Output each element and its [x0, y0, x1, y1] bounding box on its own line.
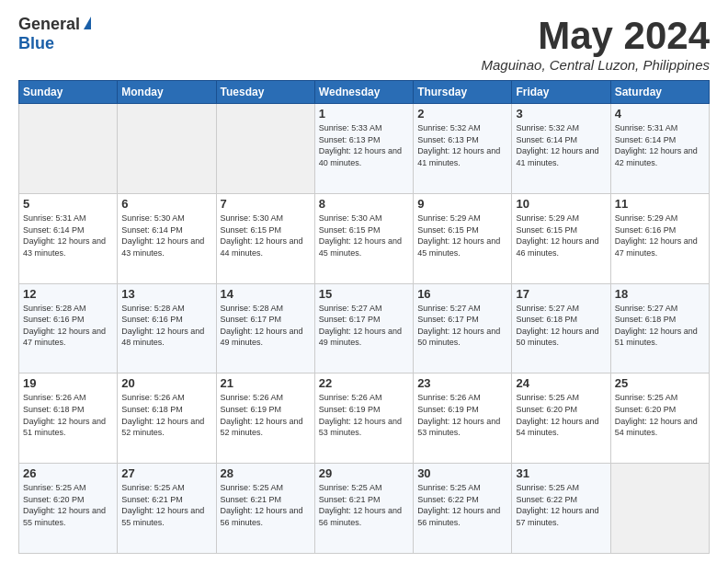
day-info-21: Sunrise: 5:26 AM Sunset: 6:19 PM Dayligh… [221, 392, 311, 438]
day-info-18: Sunrise: 5:27 AM Sunset: 6:18 PM Dayligh… [615, 303, 705, 349]
day-number-14: 14 [221, 287, 311, 301]
day-number-23: 23 [417, 376, 507, 390]
calendar-cell-w0-d3: 1Sunrise: 5:33 AM Sunset: 6:13 PM Daylig… [314, 104, 413, 194]
calendar-cell-w2-d5: 17Sunrise: 5:27 AM Sunset: 6:18 PM Dayli… [512, 283, 610, 373]
calendar-table: Sunday Monday Tuesday Wednesday Thursday… [18, 80, 710, 554]
calendar-cell-w3-d0: 19Sunrise: 5:26 AM Sunset: 6:18 PM Dayli… [19, 373, 118, 464]
calendar-cell-w1-d4: 9Sunrise: 5:29 AM Sunset: 6:15 PM Daylig… [414, 193, 512, 283]
day-info-29: Sunrise: 5:25 AM Sunset: 6:21 PM Dayligh… [319, 482, 409, 528]
calendar-cell-w1-d2: 7Sunrise: 5:30 AM Sunset: 6:15 PM Daylig… [216, 193, 314, 283]
calendar-cell-w4-d5: 31Sunrise: 5:25 AM Sunset: 6:22 PM Dayli… [512, 464, 610, 554]
page: General Blue May 2024 Maguinao, Central … [0, 0, 728, 563]
day-info-22: Sunrise: 5:26 AM Sunset: 6:19 PM Dayligh… [319, 392, 409, 438]
header-sunday: Sunday [19, 81, 118, 104]
day-number-10: 10 [516, 197, 606, 211]
day-info-24: Sunrise: 5:25 AM Sunset: 6:20 PM Dayligh… [516, 392, 606, 438]
week-row-4: 26Sunrise: 5:25 AM Sunset: 6:20 PM Dayli… [19, 464, 710, 554]
day-number-13: 13 [121, 287, 211, 301]
day-number-25: 25 [615, 376, 705, 390]
day-info-11: Sunrise: 5:29 AM Sunset: 6:16 PM Dayligh… [615, 213, 705, 259]
day-number-15: 15 [319, 287, 409, 301]
day-info-12: Sunrise: 5:28 AM Sunset: 6:16 PM Dayligh… [23, 303, 113, 349]
calendar-cell-w0-d0 [19, 104, 118, 194]
header-saturday: Saturday [610, 81, 709, 104]
day-number-4: 4 [615, 107, 705, 121]
day-info-6: Sunrise: 5:30 AM Sunset: 6:14 PM Dayligh… [121, 213, 211, 259]
day-info-23: Sunrise: 5:26 AM Sunset: 6:19 PM Dayligh… [417, 392, 507, 438]
day-info-4: Sunrise: 5:31 AM Sunset: 6:14 PM Dayligh… [615, 122, 705, 168]
calendar-cell-w4-d1: 27Sunrise: 5:25 AM Sunset: 6:21 PM Dayli… [118, 464, 216, 554]
day-info-9: Sunrise: 5:29 AM Sunset: 6:15 PM Dayligh… [417, 213, 507, 259]
calendar-cell-w2-d4: 16Sunrise: 5:27 AM Sunset: 6:17 PM Dayli… [414, 283, 512, 373]
day-number-19: 19 [23, 376, 113, 390]
day-number-31: 31 [516, 466, 606, 480]
day-number-17: 17 [516, 287, 606, 301]
calendar-cell-w4-d2: 28Sunrise: 5:25 AM Sunset: 6:21 PM Dayli… [216, 464, 314, 554]
calendar-cell-w1-d6: 11Sunrise: 5:29 AM Sunset: 6:16 PM Dayli… [610, 193, 709, 283]
day-info-3: Sunrise: 5:32 AM Sunset: 6:14 PM Dayligh… [516, 122, 606, 168]
day-info-5: Sunrise: 5:31 AM Sunset: 6:14 PM Dayligh… [23, 213, 113, 259]
calendar-cell-w3-d6: 25Sunrise: 5:25 AM Sunset: 6:20 PM Dayli… [610, 373, 709, 464]
day-info-27: Sunrise: 5:25 AM Sunset: 6:21 PM Dayligh… [121, 482, 211, 528]
header-monday: Monday [118, 81, 216, 104]
day-info-8: Sunrise: 5:30 AM Sunset: 6:15 PM Dayligh… [319, 213, 409, 259]
day-info-17: Sunrise: 5:27 AM Sunset: 6:18 PM Dayligh… [516, 303, 606, 349]
calendar-cell-w0-d2 [216, 104, 314, 194]
day-info-13: Sunrise: 5:28 AM Sunset: 6:16 PM Dayligh… [121, 303, 211, 349]
calendar-cell-w0-d5: 3Sunrise: 5:32 AM Sunset: 6:14 PM Daylig… [512, 104, 610, 194]
logo: General Blue [18, 15, 91, 53]
header-tuesday: Tuesday [216, 81, 314, 104]
day-info-15: Sunrise: 5:27 AM Sunset: 6:17 PM Dayligh… [319, 303, 409, 349]
calendar-cell-w2-d0: 12Sunrise: 5:28 AM Sunset: 6:16 PM Dayli… [19, 283, 118, 373]
day-number-2: 2 [417, 107, 507, 121]
calendar-cell-w3-d5: 24Sunrise: 5:25 AM Sunset: 6:20 PM Dayli… [512, 373, 610, 464]
calendar-cell-w1-d1: 6Sunrise: 5:30 AM Sunset: 6:14 PM Daylig… [118, 193, 216, 283]
day-number-5: 5 [23, 197, 113, 211]
calendar-cell-w3-d2: 21Sunrise: 5:26 AM Sunset: 6:19 PM Dayli… [216, 373, 314, 464]
title-area: May 2024 Maguinao, Central Luzon, Philip… [482, 15, 711, 73]
day-info-10: Sunrise: 5:29 AM Sunset: 6:15 PM Dayligh… [516, 213, 606, 259]
day-info-16: Sunrise: 5:27 AM Sunset: 6:17 PM Dayligh… [417, 303, 507, 349]
header-wednesday: Wednesday [314, 81, 413, 104]
month-title: May 2024 [482, 15, 711, 57]
day-number-21: 21 [221, 376, 311, 390]
day-number-27: 27 [121, 466, 211, 480]
day-info-20: Sunrise: 5:26 AM Sunset: 6:18 PM Dayligh… [121, 392, 211, 438]
calendar-cell-w3-d1: 20Sunrise: 5:26 AM Sunset: 6:18 PM Dayli… [118, 373, 216, 464]
calendar-cell-w3-d3: 22Sunrise: 5:26 AM Sunset: 6:19 PM Dayli… [314, 373, 413, 464]
day-number-29: 29 [319, 466, 409, 480]
logo-triangle-icon [84, 17, 91, 29]
day-number-1: 1 [319, 107, 409, 121]
week-row-1: 5Sunrise: 5:31 AM Sunset: 6:14 PM Daylig… [19, 193, 710, 283]
day-number-24: 24 [516, 376, 606, 390]
calendar-cell-w4-d6 [610, 464, 709, 554]
day-number-7: 7 [221, 197, 311, 211]
calendar-header-row: Sunday Monday Tuesday Wednesday Thursday… [19, 81, 710, 104]
day-number-20: 20 [121, 376, 211, 390]
week-row-2: 12Sunrise: 5:28 AM Sunset: 6:16 PM Dayli… [19, 283, 710, 373]
calendar-cell-w2-d1: 13Sunrise: 5:28 AM Sunset: 6:16 PM Dayli… [118, 283, 216, 373]
logo-blue: Blue [18, 34, 54, 53]
day-info-25: Sunrise: 5:25 AM Sunset: 6:20 PM Dayligh… [615, 392, 705, 438]
calendar-cell-w0-d6: 4Sunrise: 5:31 AM Sunset: 6:14 PM Daylig… [610, 104, 709, 194]
day-number-28: 28 [221, 466, 311, 480]
calendar-cell-w0-d4: 2Sunrise: 5:32 AM Sunset: 6:13 PM Daylig… [414, 104, 512, 194]
calendar-cell-w4-d3: 29Sunrise: 5:25 AM Sunset: 6:21 PM Dayli… [314, 464, 413, 554]
calendar-cell-w4-d0: 26Sunrise: 5:25 AM Sunset: 6:20 PM Dayli… [19, 464, 118, 554]
calendar-cell-w4-d4: 30Sunrise: 5:25 AM Sunset: 6:22 PM Dayli… [414, 464, 512, 554]
day-number-18: 18 [615, 287, 705, 301]
day-number-12: 12 [23, 287, 113, 301]
calendar-cell-w2-d2: 14Sunrise: 5:28 AM Sunset: 6:17 PM Dayli… [216, 283, 314, 373]
day-number-3: 3 [516, 107, 606, 121]
calendar-cell-w0-d1 [118, 104, 216, 194]
calendar-cell-w1-d5: 10Sunrise: 5:29 AM Sunset: 6:15 PM Dayli… [512, 193, 610, 283]
day-number-22: 22 [319, 376, 409, 390]
header-friday: Friday [512, 81, 610, 104]
week-row-3: 19Sunrise: 5:26 AM Sunset: 6:18 PM Dayli… [19, 373, 710, 464]
location: Maguinao, Central Luzon, Philippines [482, 57, 711, 73]
day-info-31: Sunrise: 5:25 AM Sunset: 6:22 PM Dayligh… [516, 482, 606, 528]
calendar-cell-w2-d3: 15Sunrise: 5:27 AM Sunset: 6:17 PM Dayli… [314, 283, 413, 373]
day-number-16: 16 [417, 287, 507, 301]
day-number-11: 11 [615, 197, 705, 211]
calendar-cell-w1-d0: 5Sunrise: 5:31 AM Sunset: 6:14 PM Daylig… [19, 193, 118, 283]
